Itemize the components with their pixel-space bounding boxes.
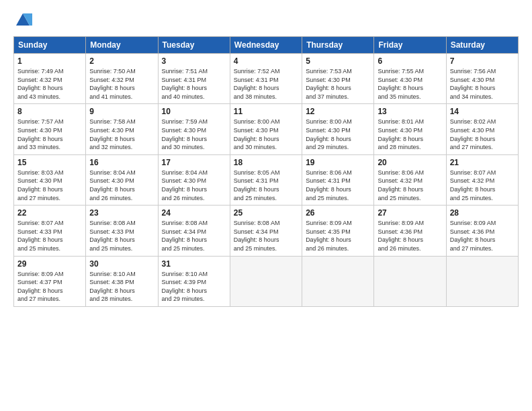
calendar-cell: 14Sunrise: 8:02 AM Sunset: 4:30 PM Dayli… (446, 104, 518, 154)
day-info: Sunrise: 7:56 AM Sunset: 4:30 PM Dayligh… (450, 67, 515, 101)
week-row-3: 15Sunrise: 8:03 AM Sunset: 4:30 PM Dayli… (14, 154, 519, 205)
day-info: Sunrise: 8:00 AM Sunset: 4:30 PM Dayligh… (234, 118, 298, 151)
day-number: 25 (234, 208, 298, 218)
day-number: 5 (306, 56, 370, 66)
day-number: 21 (450, 158, 515, 167)
week-row-4: 22Sunrise: 8:07 AM Sunset: 4:33 PM Dayli… (14, 205, 519, 256)
header (13, 11, 519, 30)
calendar-cell: 12Sunrise: 8:00 AM Sunset: 4:30 PM Dayli… (302, 104, 374, 154)
calendar-cell: 22Sunrise: 8:07 AM Sunset: 4:33 PM Dayli… (14, 205, 86, 256)
calendar-cell: 30Sunrise: 8:10 AM Sunset: 4:38 PM Dayli… (86, 256, 158, 306)
day-info: Sunrise: 8:01 AM Sunset: 4:30 PM Dayligh… (378, 118, 442, 151)
calendar-cell: 10Sunrise: 7:59 AM Sunset: 4:30 PM Dayli… (158, 104, 230, 154)
day-info: Sunrise: 7:51 AM Sunset: 4:31 PM Dayligh… (162, 67, 226, 101)
day-number: 16 (89, 158, 154, 167)
calendar-cell (302, 256, 374, 306)
day-info: Sunrise: 8:00 AM Sunset: 4:30 PM Dayligh… (306, 118, 370, 151)
day-info: Sunrise: 8:09 AM Sunset: 4:36 PM Dayligh… (450, 219, 515, 253)
day-number: 28 (450, 208, 515, 218)
day-number: 19 (306, 158, 370, 167)
day-number: 15 (17, 158, 82, 167)
day-info: Sunrise: 7:57 AM Sunset: 4:30 PM Dayligh… (17, 118, 82, 151)
calendar-cell: 18Sunrise: 8:05 AM Sunset: 4:31 PM Dayli… (230, 154, 302, 205)
day-info: Sunrise: 8:10 AM Sunset: 4:39 PM Dayligh… (162, 270, 226, 304)
day-info: Sunrise: 7:52 AM Sunset: 4:31 PM Dayligh… (234, 67, 298, 101)
day-number: 26 (306, 208, 370, 218)
day-info: Sunrise: 7:53 AM Sunset: 4:30 PM Dayligh… (306, 67, 370, 101)
day-number: 8 (17, 107, 82, 116)
calendar-cell: 7Sunrise: 7:56 AM Sunset: 4:30 PM Daylig… (446, 54, 518, 104)
day-info: Sunrise: 8:10 AM Sunset: 4:38 PM Dayligh… (89, 270, 154, 304)
day-number: 29 (17, 259, 82, 269)
day-info: Sunrise: 8:07 AM Sunset: 4:32 PM Dayligh… (450, 169, 515, 202)
col-header-sunday: Sunday (14, 37, 86, 54)
day-info: Sunrise: 7:59 AM Sunset: 4:30 PM Dayligh… (162, 118, 226, 151)
col-header-thursday: Thursday (302, 37, 374, 54)
day-info: Sunrise: 8:08 AM Sunset: 4:34 PM Dayligh… (162, 219, 226, 253)
day-number: 3 (162, 56, 226, 66)
calendar-cell: 31Sunrise: 8:10 AM Sunset: 4:39 PM Dayli… (158, 256, 230, 306)
day-number: 9 (89, 107, 154, 116)
calendar-cell: 8Sunrise: 7:57 AM Sunset: 4:30 PM Daylig… (14, 104, 86, 154)
day-info: Sunrise: 8:09 AM Sunset: 4:35 PM Dayligh… (306, 219, 370, 253)
day-number: 30 (89, 259, 154, 269)
day-info: Sunrise: 8:06 AM Sunset: 4:31 PM Dayligh… (306, 169, 370, 202)
day-info: Sunrise: 8:04 AM Sunset: 4:30 PM Dayligh… (89, 169, 154, 202)
week-row-5: 29Sunrise: 8:09 AM Sunset: 4:37 PM Dayli… (14, 256, 519, 306)
calendar-cell: 25Sunrise: 8:08 AM Sunset: 4:34 PM Dayli… (230, 205, 302, 256)
calendar-cell: 26Sunrise: 8:09 AM Sunset: 4:35 PM Dayli… (302, 205, 374, 256)
day-number: 31 (162, 259, 226, 269)
day-number: 1 (17, 56, 82, 66)
day-info: Sunrise: 8:08 AM Sunset: 4:33 PM Dayligh… (89, 219, 154, 253)
day-number: 22 (17, 208, 82, 218)
calendar-cell: 9Sunrise: 7:58 AM Sunset: 4:30 PM Daylig… (86, 104, 158, 154)
day-number: 4 (234, 56, 298, 66)
calendar-cell: 2Sunrise: 7:50 AM Sunset: 4:32 PM Daylig… (86, 54, 158, 104)
calendar-cell: 20Sunrise: 8:06 AM Sunset: 4:32 PM Dayli… (374, 154, 446, 205)
col-header-wednesday: Wednesday (230, 37, 302, 54)
calendar-cell: 11Sunrise: 8:00 AM Sunset: 4:30 PM Dayli… (230, 104, 302, 154)
day-info: Sunrise: 8:02 AM Sunset: 4:30 PM Dayligh… (450, 118, 515, 151)
calendar-cell (446, 256, 518, 306)
day-number: 7 (450, 56, 515, 66)
day-number: 18 (234, 158, 298, 167)
logo-icon (13, 11, 32, 30)
day-number: 27 (378, 208, 442, 218)
logo (13, 11, 35, 30)
day-info: Sunrise: 8:09 AM Sunset: 4:36 PM Dayligh… (378, 219, 442, 253)
day-info: Sunrise: 8:05 AM Sunset: 4:31 PM Dayligh… (234, 169, 298, 202)
calendar-cell: 27Sunrise: 8:09 AM Sunset: 4:36 PM Dayli… (374, 205, 446, 256)
calendar-cell: 28Sunrise: 8:09 AM Sunset: 4:36 PM Dayli… (446, 205, 518, 256)
day-info: Sunrise: 8:09 AM Sunset: 4:37 PM Dayligh… (17, 270, 82, 304)
calendar-cell: 15Sunrise: 8:03 AM Sunset: 4:30 PM Dayli… (14, 154, 86, 205)
calendar-cell: 17Sunrise: 8:04 AM Sunset: 4:30 PM Dayli… (158, 154, 230, 205)
col-header-friday: Friday (374, 37, 446, 54)
day-info: Sunrise: 7:49 AM Sunset: 4:32 PM Dayligh… (17, 67, 82, 101)
day-number: 11 (234, 107, 298, 116)
col-header-tuesday: Tuesday (158, 37, 230, 54)
day-number: 17 (162, 158, 226, 167)
calendar-cell: 19Sunrise: 8:06 AM Sunset: 4:31 PM Dayli… (302, 154, 374, 205)
day-info: Sunrise: 7:55 AM Sunset: 4:30 PM Dayligh… (378, 67, 442, 101)
day-number: 24 (162, 208, 226, 218)
calendar-cell: 16Sunrise: 8:04 AM Sunset: 4:30 PM Dayli… (86, 154, 158, 205)
page: SundayMondayTuesdayWednesdayThursdayFrid… (0, 0, 532, 411)
col-header-saturday: Saturday (446, 37, 518, 54)
day-number: 12 (306, 107, 370, 116)
day-number: 6 (378, 56, 442, 66)
calendar-cell: 21Sunrise: 8:07 AM Sunset: 4:32 PM Dayli… (446, 154, 518, 205)
calendar-cell: 23Sunrise: 8:08 AM Sunset: 4:33 PM Dayli… (86, 205, 158, 256)
day-info: Sunrise: 8:04 AM Sunset: 4:30 PM Dayligh… (162, 169, 226, 202)
calendar-cell: 4Sunrise: 7:52 AM Sunset: 4:31 PM Daylig… (230, 54, 302, 104)
calendar-cell (230, 256, 302, 306)
week-row-2: 8Sunrise: 7:57 AM Sunset: 4:30 PM Daylig… (14, 104, 519, 154)
calendar-cell: 24Sunrise: 8:08 AM Sunset: 4:34 PM Dayli… (158, 205, 230, 256)
day-number: 13 (378, 107, 442, 116)
calendar-table: SundayMondayTuesdayWednesdayThursdayFrid… (13, 36, 519, 307)
col-header-monday: Monday (86, 37, 158, 54)
day-info: Sunrise: 8:03 AM Sunset: 4:30 PM Dayligh… (17, 169, 82, 202)
day-info: Sunrise: 7:58 AM Sunset: 4:30 PM Dayligh… (89, 118, 154, 151)
calendar-cell: 13Sunrise: 8:01 AM Sunset: 4:30 PM Dayli… (374, 104, 446, 154)
calendar-cell: 29Sunrise: 8:09 AM Sunset: 4:37 PM Dayli… (14, 256, 86, 306)
day-info: Sunrise: 8:06 AM Sunset: 4:32 PM Dayligh… (378, 169, 442, 202)
